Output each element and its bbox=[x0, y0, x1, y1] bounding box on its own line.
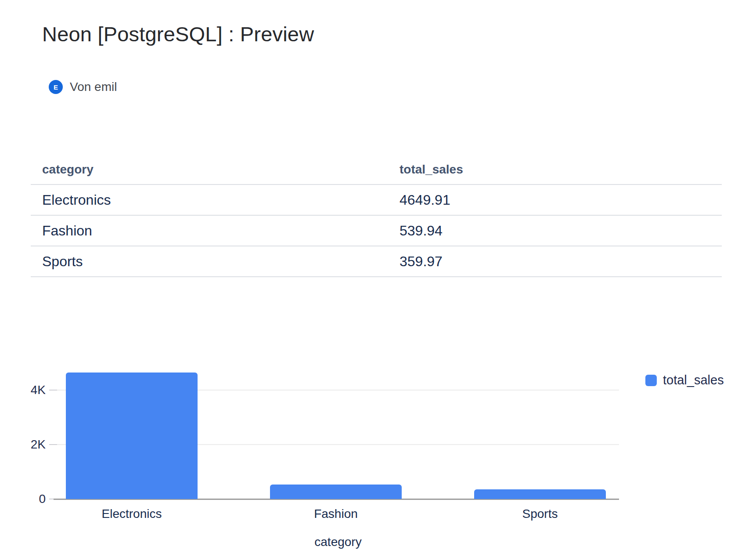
y-axis-label: 2K bbox=[18, 438, 46, 452]
x-axis-label: Sports bbox=[474, 507, 606, 521]
cell-category: Electronics bbox=[42, 185, 111, 215]
cell-total-sales: 4649.91 bbox=[400, 185, 450, 215]
y-axis-tick bbox=[49, 444, 57, 445]
table-row: Fashion 539.94 bbox=[31, 216, 722, 246]
cell-total-sales: 539.94 bbox=[400, 216, 443, 246]
cell-category: Fashion bbox=[42, 216, 92, 246]
avatar-initial: E bbox=[54, 83, 58, 91]
table-row: Electronics 4649.91 bbox=[31, 185, 722, 216]
column-header-total-sales: total_sales bbox=[400, 155, 463, 184]
page-title: Neon [PostgreSQL] : Preview bbox=[42, 22, 314, 46]
results-table: category total_sales Electronics 4649.91… bbox=[31, 155, 722, 277]
cell-total-sales: 359.97 bbox=[400, 246, 443, 276]
avatar: E bbox=[49, 80, 63, 94]
table-header-row: category total_sales bbox=[31, 155, 722, 185]
cell-category: Sports bbox=[42, 246, 83, 276]
chart-legend: total_sales bbox=[645, 373, 724, 387]
legend-label: total_sales bbox=[663, 373, 724, 387]
x-axis-title: category bbox=[57, 535, 619, 549]
bar-chart: 02K4KElectronicsFashionSportscategorytot… bbox=[0, 325, 756, 557]
x-axis-label: Fashion bbox=[270, 507, 402, 521]
x-axis-label: Electronics bbox=[66, 507, 198, 521]
y-axis-label: 4K bbox=[18, 383, 46, 397]
column-header-category: category bbox=[42, 155, 94, 184]
y-axis-tick bbox=[49, 390, 57, 391]
legend-swatch bbox=[645, 375, 657, 386]
byline-author: Von emil bbox=[70, 80, 117, 94]
bar-electronics bbox=[66, 373, 198, 499]
bar-fashion bbox=[270, 485, 402, 499]
bar-sports bbox=[474, 489, 606, 499]
table-row: Sports 359.97 bbox=[31, 246, 722, 277]
byline: E Von emil bbox=[49, 80, 117, 94]
y-axis-label: 0 bbox=[18, 492, 46, 506]
